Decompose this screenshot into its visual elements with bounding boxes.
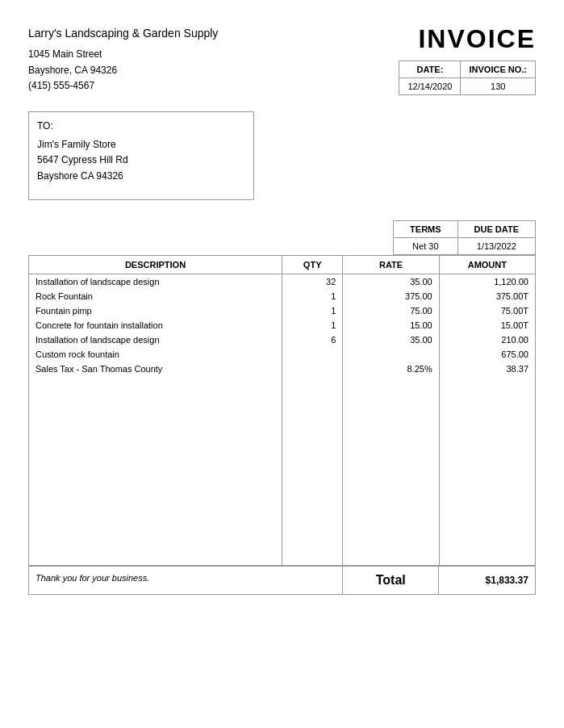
header-rate: RATE	[343, 256, 439, 274]
empty-row	[29, 521, 536, 536]
terms-label: TERMS	[394, 221, 458, 238]
company-name: Larry's Landscaping & Garden Supply	[28, 24, 218, 42]
empty-row	[29, 463, 536, 478]
empty-row	[29, 550, 536, 566]
row-rate: 15.00	[343, 318, 439, 333]
invoice-right: INVOICE DATE: INVOICE NO.: 12/14/2020 13…	[399, 24, 536, 95]
row-qty	[282, 362, 343, 376]
row-amount: 210.00	[439, 333, 535, 347]
company-address2: Bayshore, CA 94326	[28, 63, 218, 78]
row-rate: 35.00	[343, 274, 439, 290]
invoice-page: Larry's Landscaping & Garden Supply 1045…	[0, 0, 564, 728]
empty-row	[29, 391, 536, 405]
header: Larry's Landscaping & Garden Supply 1045…	[28, 24, 536, 95]
to-box: TO: Jim's Family Store 5647 Cypress Hill…	[28, 111, 254, 200]
recipient-address1: 5647 Cypress Hill Rd	[37, 153, 245, 168]
row-rate: 75.00	[343, 303, 439, 318]
row-rate: 8.25%	[343, 362, 439, 376]
table-row: Custom rock fountain675.00	[29, 347, 536, 362]
to-label: TO:	[37, 119, 245, 134]
row-amount: 15.00T	[439, 318, 535, 333]
header-qty: QTY	[282, 256, 343, 274]
header-amount: AMOUNT	[439, 256, 535, 274]
empty-row	[29, 478, 536, 492]
row-description: Installation of landscape design	[29, 333, 282, 347]
row-description: Sales Tax - San Thomas County	[29, 362, 282, 376]
empty-row	[29, 536, 536, 550]
row-amount: 1,120.00	[439, 274, 535, 290]
empty-row	[29, 434, 536, 449]
recipient-address2: Bayshore CA 94326	[37, 169, 245, 184]
row-amount: 675.00	[439, 347, 535, 362]
row-rate: 375.00	[343, 289, 439, 303]
row-qty	[282, 347, 343, 362]
terms-due-table: TERMS DUE DATE Net 30 1/13/2022	[393, 220, 536, 255]
invoice-meta-table: DATE: INVOICE NO.: 12/14/2020 130	[399, 61, 536, 95]
row-description: Custom rock fountain	[29, 347, 282, 362]
due-date-value: 1/13/2022	[457, 238, 535, 255]
invoice-no-label: INVOICE NO.:	[461, 61, 536, 78]
table-row: Concrete for fountain installation115.00…	[29, 318, 536, 333]
table-row: Rock Fountain1375.00375.00T	[29, 289, 536, 303]
row-amount: 38.37	[439, 362, 535, 376]
company-address1: 1045 Main Street	[28, 47, 218, 62]
recipient-name: Jim's Family Store	[37, 137, 245, 153]
due-date-label: DUE DATE	[457, 221, 535, 238]
empty-row	[29, 376, 536, 391]
invoice-title: INVOICE	[399, 24, 536, 54]
row-amount: 375.00T	[439, 289, 535, 303]
table-row: Installation of landscape design635.0021…	[29, 333, 536, 347]
row-rate	[343, 347, 439, 362]
total-label: Total	[343, 566, 440, 595]
company-phone: (415) 555-4567	[28, 78, 218, 94]
line-items-table: DESCRIPTION QTY RATE AMOUNT Installation…	[28, 255, 536, 566]
row-qty: 1	[282, 303, 343, 318]
footer-row: Thank you for your business. Total $1,83…	[28, 566, 536, 595]
invoice-no-value: 130	[461, 78, 536, 95]
row-description: Concrete for fountain installation	[29, 318, 282, 333]
row-rate: 35.00	[343, 333, 439, 347]
row-amount: 75.00T	[439, 303, 535, 318]
empty-row	[29, 420, 536, 434]
empty-row	[29, 507, 536, 521]
empty-row	[29, 405, 536, 420]
table-row: Fountain pimp175.0075.00T	[29, 303, 536, 318]
header-description: DESCRIPTION	[29, 256, 282, 274]
terms-section: TERMS DUE DATE Net 30 1/13/2022	[28, 220, 536, 255]
thank-you-cell: Thank you for your business.	[28, 566, 343, 595]
row-qty: 1	[282, 318, 343, 333]
table-row: Installation of landscape design3235.001…	[29, 274, 536, 290]
row-qty: 32	[282, 274, 343, 290]
row-qty: 1	[282, 289, 343, 303]
terms-value: Net 30	[394, 238, 458, 255]
row-qty: 6	[282, 333, 343, 347]
company-info: Larry's Landscaping & Garden Supply 1045…	[28, 24, 218, 94]
empty-row	[29, 492, 536, 507]
total-amount: $1,833.37	[439, 566, 536, 595]
date-value: 12/14/2020	[399, 78, 461, 95]
date-label: DATE:	[399, 61, 461, 78]
row-description: Installation of landscape design	[29, 274, 282, 290]
empty-row	[29, 449, 536, 463]
table-row: Sales Tax - San Thomas County8.25%38.37	[29, 362, 536, 376]
row-description: Fountain pimp	[29, 303, 282, 318]
row-description: Rock Fountain	[29, 289, 282, 303]
